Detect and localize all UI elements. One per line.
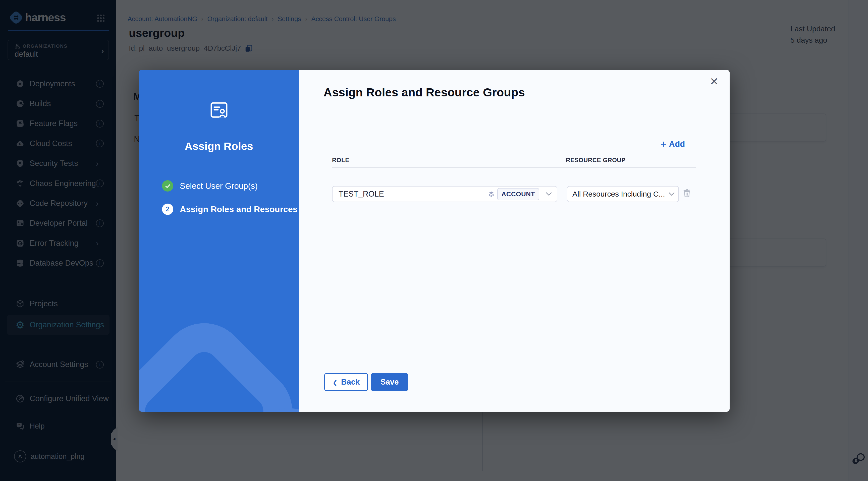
column-header-resource-group: RESOURCE GROUP (566, 157, 626, 164)
step-label: Assign Roles and Resources (180, 204, 298, 214)
table-header-divider (332, 167, 696, 168)
chevron-down-icon (669, 192, 675, 196)
delete-row-trash-icon[interactable] (682, 187, 692, 199)
chevron-left-icon (333, 378, 338, 387)
resource-group-select-value: All Resources Including C... (572, 190, 665, 198)
wizard-step-assign-roles[interactable]: 2 Assign Roles and Resources (162, 203, 298, 215)
step-number-badge: 2 (162, 203, 173, 215)
plus-icon: + (660, 139, 666, 149)
back-button[interactable]: Back (324, 373, 368, 391)
close-icon[interactable] (710, 75, 719, 88)
column-header-role: ROLE (332, 157, 349, 164)
role-select[interactable]: TEST_ROLE ACCOUNT (332, 186, 557, 202)
step-done-check-icon (162, 180, 173, 192)
step-label: Select User Group(s) (180, 181, 258, 191)
assign-roles-badge-icon (209, 99, 229, 121)
resource-group-select[interactable]: All Resources Including C... (567, 186, 679, 202)
chevron-down-icon (546, 192, 552, 196)
save-button[interactable]: Save (371, 373, 408, 391)
wizard-panel: Assign Roles Select User Group(s) 2 Assi… (139, 70, 299, 412)
wizard-title: Assign Roles (139, 140, 299, 152)
add-button[interactable]: + Add (660, 139, 685, 149)
wizard-step-select-user-groups[interactable]: Select User Group(s) (162, 180, 258, 192)
modal-body: Assign Roles and Resource Groups + Add R… (299, 70, 730, 412)
assign-roles-modal: Assign Roles Select User Group(s) 2 Assi… (139, 70, 730, 412)
scope-tag: ACCOUNT (497, 188, 539, 200)
modal-heading: Assign Roles and Resource Groups (323, 85, 525, 99)
scope-layers-icon (488, 191, 495, 198)
harness-watermark (139, 70, 299, 412)
role-select-value: TEST_ROLE (339, 190, 384, 199)
